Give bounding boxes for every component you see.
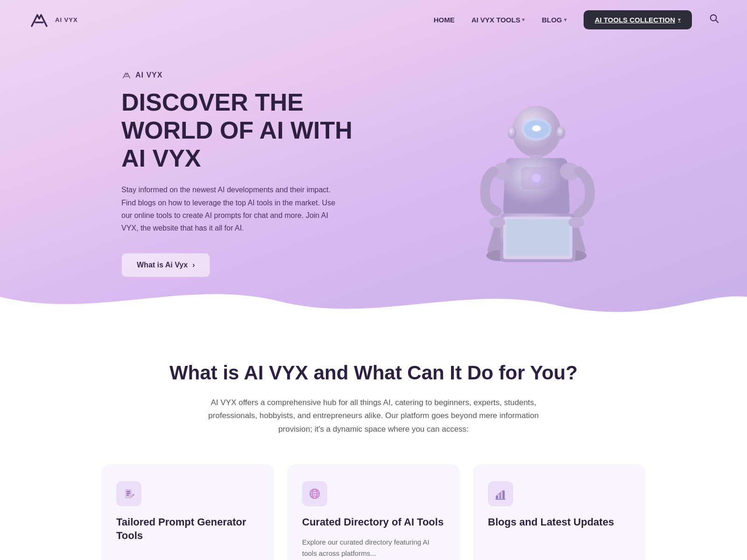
main-content: What is AI VYX and What Can It Do for Yo… <box>0 324 747 560</box>
svg-rect-33 <box>502 490 505 499</box>
nav-blog[interactable]: BLOG ▾ <box>542 16 566 24</box>
hero-title: DISCOVER THE WORLD OF AI WITH AI VYX <box>121 89 383 172</box>
hero-description: Stay informed on the newest AI developme… <box>121 183 336 234</box>
chevron-down-icon: ▾ <box>678 17 681 23</box>
logo-text: AI VYX <box>55 16 78 23</box>
svg-point-7 <box>507 126 516 139</box>
nav-ai-collection[interactable]: AI TOOLS COLLECTION ▾ <box>584 10 692 29</box>
chevron-down-icon: ▾ <box>564 17 567 23</box>
card-icon-blogs <box>488 481 513 506</box>
svg-point-12 <box>532 174 541 182</box>
hero-robot-illustration <box>430 85 626 262</box>
card-blogs: Blogs and Latest Updates <box>473 464 646 560</box>
hero-brand-name: AI VYX <box>135 71 162 79</box>
navbar: AI VYX HOME AI VYX TOOLS ▾ BLOG ▾ AI TOO… <box>0 0 747 39</box>
card-title-directory: Curated Directory of AI Tools <box>302 516 445 529</box>
section-description: AI VYX offers a comprehensive hub for al… <box>205 396 542 437</box>
svg-rect-19 <box>506 219 569 256</box>
svg-point-8 <box>557 126 565 139</box>
search-icon[interactable] <box>709 13 719 26</box>
nav-home[interactable]: HOME <box>434 16 455 24</box>
cards-row: Tailored Prompt Generator Tools Curated … <box>93 464 654 560</box>
globe-icon <box>308 487 321 500</box>
card-ai-directory: Curated Directory of AI Tools Explore ou… <box>287 464 460 560</box>
svg-rect-23 <box>127 491 130 492</box>
chart-icon <box>494 487 507 500</box>
card-icon-directory <box>302 481 327 506</box>
svg-point-20 <box>568 217 584 228</box>
svg-point-21 <box>489 217 505 228</box>
hero-left: AI VYX DISCOVER THE WORLD OF AI WITH AI … <box>121 70 383 277</box>
robot-svg <box>430 85 626 262</box>
card-title-blogs: Blogs and Latest Updates <box>488 516 631 529</box>
card-icon-prompt <box>116 481 141 506</box>
card-prompt-tools: Tailored Prompt Generator Tools <box>101 464 274 560</box>
hero-section: AI VYX DISCOVER THE WORLD OF AI WITH AI … <box>0 0 747 324</box>
logo[interactable]: AI VYX <box>28 8 78 31</box>
chevron-down-icon: ▾ <box>522 17 525 23</box>
card-desc-directory: Explore our curated directory featuring … <box>302 537 445 559</box>
hero-brand-label: AI VYX <box>121 70 383 80</box>
logo-icon <box>28 8 50 31</box>
svg-rect-25 <box>127 495 129 496</box>
svg-line-1 <box>716 20 718 22</box>
pencil-icon <box>122 487 135 500</box>
svg-point-6 <box>532 126 541 132</box>
svg-rect-24 <box>127 493 130 494</box>
hero-wave <box>0 269 747 324</box>
chevron-right-icon: › <box>192 261 195 269</box>
section-title: What is AI VYX and What Can It Do for Yo… <box>28 361 719 385</box>
nav-ai-tools[interactable]: AI VYX TOOLS ▾ <box>472 16 525 24</box>
svg-rect-31 <box>496 496 498 499</box>
nav-links: HOME AI VYX TOOLS ▾ BLOG ▾ AI TOOLS COLL… <box>434 10 719 29</box>
card-title-prompt: Tailored Prompt Generator Tools <box>116 516 259 542</box>
hero-brand-icon <box>121 70 132 80</box>
